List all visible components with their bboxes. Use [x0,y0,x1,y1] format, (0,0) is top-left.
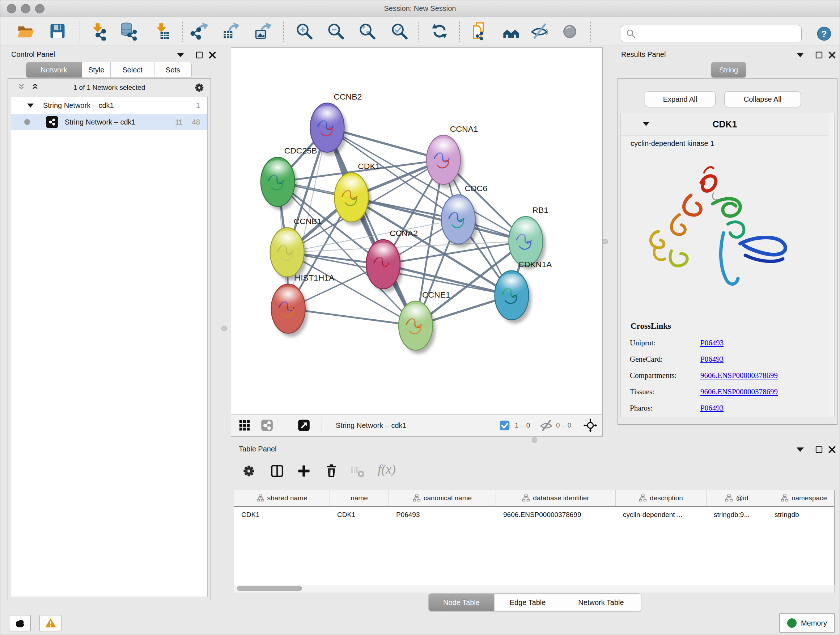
column-header--id[interactable]: @id [706,490,767,506]
network-edge[interactable] [327,128,416,326]
zoom-selected-button[interactable] [390,22,409,41]
export-table-button[interactable] [221,22,240,41]
selected-count: 1 – 0 [515,415,530,436]
tab-edge-table[interactable]: Edge Table [494,594,561,611]
cloud-status-button[interactable] [9,615,31,631]
tab-network[interactable]: Network [26,62,82,78]
crosslink-link[interactable]: 9606.ENSP00000378699 [700,387,778,396]
network-node-CCNA1[interactable]: CCNA1 [426,124,478,188]
hidden-count-icon[interactable] [539,418,553,432]
bottom-splitter-handle[interactable] [532,437,537,443]
selected-count-checkbox[interactable] [499,420,510,431]
zoom-in-button[interactable] [295,22,314,41]
crosslink-link[interactable]: 9606.ENSP00000378699 [700,371,778,380]
maximize-panel-icon[interactable] [814,50,824,60]
maximize-panel-icon[interactable] [814,445,824,454]
table-cell[interactable]: stringdb [767,511,835,519]
table-cell[interactable]: 9606.ENSP00000378699 [496,511,616,519]
float-panel-icon[interactable] [177,50,186,60]
close-panel-icon[interactable] [827,50,837,60]
search-input[interactable] [639,29,801,38]
save-session-button[interactable] [48,22,67,41]
column-header-description[interactable]: description [616,490,706,506]
birds-eye-view-icon[interactable] [297,418,311,432]
collapse-section-icon[interactable] [643,122,649,126]
table-hscrollbar-thumb[interactable] [237,586,302,591]
zoom-fit-button[interactable] [358,22,377,41]
create-column-icon[interactable] [296,463,312,479]
crosslink-link[interactable]: P06493 [700,339,723,348]
close-panel-icon[interactable] [208,50,217,60]
column-header-canonical-name[interactable]: canonical name [389,490,496,506]
close-panel-icon[interactable] [827,445,837,454]
table-cell[interactable]: P06493 [389,511,496,519]
delete-column-icon[interactable] [324,463,339,479]
svg-text:?: ? [821,29,827,39]
crosslink-link[interactable]: P06493 [700,355,723,364]
maximize-panel-icon[interactable] [195,50,204,60]
table-row[interactable]: CDK1CDK1P064939606.ENSP00000378699cyclin… [234,507,834,523]
table-cell[interactable]: cyclin-dependent ... [616,511,706,519]
export-network-button[interactable] [190,22,209,41]
network-name: String Network – cdk1 [65,118,136,126]
table-cell[interactable]: CDK1 [330,511,389,519]
network-node-CCNE1[interactable]: CCNE1 [399,290,450,354]
open-session-button[interactable] [16,22,35,41]
show-all-button[interactable] [561,22,579,41]
hide-selected-button[interactable] [530,22,549,41]
collapse-all-button[interactable]: Collapse All [724,91,801,107]
new-network-from-selection-button[interactable] [470,22,489,41]
first-neighbors-button[interactable] [502,22,521,41]
table-options-gear-icon[interactable] [241,463,257,479]
import-table-button[interactable] [153,22,172,41]
crosslink-link[interactable]: P06493 [700,404,723,413]
zoom-window-button[interactable] [35,4,44,13]
string-view-icon[interactable] [260,418,274,432]
tab-sets[interactable]: Sets [155,62,191,78]
column-header-namespace[interactable]: namespace [767,490,835,506]
warning-status-button[interactable] [39,615,62,631]
control-panel: Control Panel Network Style Select Sets … [3,48,215,601]
table-cell[interactable]: CDK1 [234,511,330,519]
export-image-button[interactable] [254,22,272,41]
column-header-database-identifier[interactable]: database identifier [496,490,616,506]
import-network-file-button[interactable] [89,22,108,41]
minimize-window-button[interactable] [21,4,30,13]
node-gloss [445,198,472,218]
network-canvas[interactable]: CCNB2CCNA1CDC25BCDK1CDC6RB1CCNB1CCNA2CDK… [231,48,602,415]
network-row-selected[interactable]: String Network – cdk1 11 48 [11,114,207,130]
fit-selected-icon[interactable] [583,418,598,433]
results-scrollbar[interactable] [829,113,835,417]
network-edges [278,128,526,326]
float-panel-icon[interactable] [797,445,806,454]
column-header-name[interactable]: name [330,490,389,506]
tab-network-table[interactable]: Network Table [561,594,641,611]
help-button[interactable]: ? [816,26,832,41]
table-cell[interactable]: stringdb:9... [706,511,767,519]
tab-string[interactable]: String [711,62,746,78]
show-columns-icon[interactable] [269,463,285,479]
node-gloss [338,176,365,196]
column-header-shared-name[interactable]: shared name [234,490,330,506]
apply-layout-button[interactable] [430,22,449,41]
tab-node-table[interactable]: Node Table [429,594,494,611]
right-splitter-handle[interactable] [602,239,608,244]
zoom-out-button[interactable] [326,22,345,41]
crosslink-label: Pharos: [630,404,700,413]
grid-view-icon[interactable] [238,418,251,432]
float-panel-icon[interactable] [797,50,806,60]
expand-all-button[interactable]: Expand All [645,91,715,107]
app-window: Session: New Session ? [0,0,840,635]
collection-expand-icon[interactable] [27,103,34,108]
table-hscrollbar[interactable] [234,585,835,593]
close-window-button[interactable] [7,4,16,13]
tab-style[interactable]: Style [82,62,111,78]
network-options-gear-icon[interactable] [193,81,205,94]
tab-select[interactable]: Select [111,62,154,78]
memory-button[interactable]: Memory [779,613,835,633]
import-network-database-button[interactable] [119,22,138,41]
protein-card-header[interactable]: CDK1 [621,113,829,135]
network-collection-row[interactable]: String Network – cdk1 1 [11,97,207,114]
network-node-CDKN1A[interactable]: CDKN1A [495,260,553,324]
left-splitter-handle[interactable] [221,326,227,331]
